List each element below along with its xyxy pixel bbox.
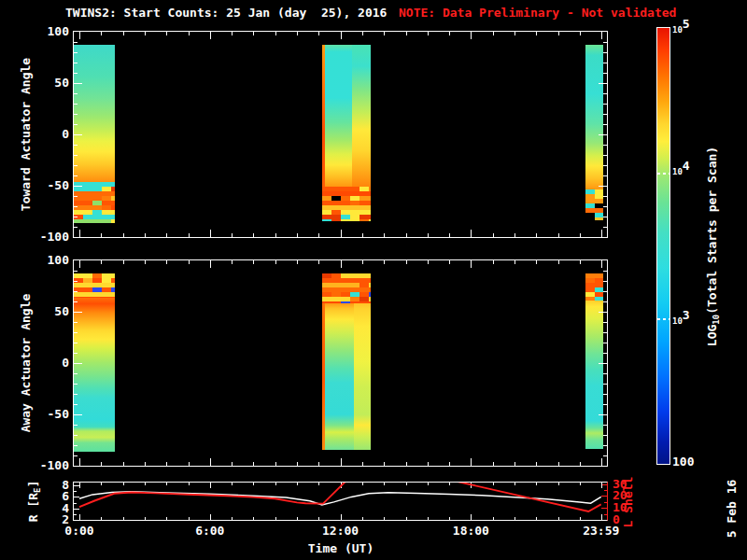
x-tick: [514, 32, 515, 35]
y-tick-label: -50: [28, 408, 69, 421]
y-tick: [603, 373, 607, 374]
orbit-line-panel: [73, 482, 608, 521]
x-tick: [428, 32, 429, 35]
x-tick: [297, 32, 298, 35]
x-tick: [123, 260, 124, 264]
y-tick: [74, 373, 78, 374]
y-tick: [603, 93, 607, 94]
toward-spectrogram-panel: [73, 31, 608, 238]
y-tick-label: 100: [28, 254, 69, 267]
y-tick-label: -50: [28, 179, 69, 192]
x-tick: [384, 32, 385, 35]
spectrogram-mottle-cell: [102, 219, 111, 223]
x-tick: [406, 32, 407, 35]
y-tick: [74, 124, 78, 125]
x-tick: [449, 233, 450, 237]
x-tick: [210, 230, 211, 237]
x-tick: [145, 260, 146, 264]
x-tick-label: 23:59: [569, 525, 634, 538]
spectrogram-band: [585, 273, 603, 449]
x-tick: [253, 260, 254, 264]
y-tick-label: -100: [28, 459, 69, 472]
y-tick: [74, 217, 78, 217]
y-tick: [603, 114, 607, 115]
y-tick: [74, 42, 78, 43]
x-tick: [341, 230, 342, 237]
y-tick: [74, 363, 82, 364]
x-tick: [493, 462, 494, 466]
y-tick: [74, 155, 78, 156]
x-tick: [449, 462, 450, 466]
x-tick: [514, 462, 515, 466]
y-tick: [74, 435, 78, 436]
x-tick: [558, 32, 559, 35]
y-tick: [599, 414, 607, 415]
x-tick: [101, 260, 102, 264]
x-tick: [101, 32, 102, 35]
x-tick: [318, 260, 319, 264]
y-tick: [74, 114, 78, 115]
orbit-line-layer: [74, 483, 607, 520]
spectrogram-mottle-cell: [92, 219, 102, 223]
y-tick: [603, 455, 607, 456]
y-tick: [599, 134, 607, 135]
spectrogram-mottle-cell: [585, 297, 595, 300]
y-tick: [74, 196, 78, 197]
x-tick: [145, 233, 146, 237]
x-tick: [362, 260, 363, 264]
colorbar-tick-label: 100: [672, 455, 710, 472]
x-tick-label: 0:00: [47, 525, 112, 538]
x-tick: [189, 32, 190, 35]
x-tick: [145, 462, 146, 466]
y-tick: [603, 343, 607, 343]
x-tick: [253, 233, 254, 237]
y-tick: [603, 425, 607, 426]
y-tick-label: 0: [28, 128, 69, 141]
y-tick: [74, 394, 78, 395]
spectrogram-mottle-cell: [341, 219, 350, 222]
x-tick: [210, 260, 211, 268]
x-tick: [384, 233, 385, 237]
twins2-plot-screen: TWINS2: Start Counts: 25 Jan (day 25), 2…: [0, 0, 747, 560]
y-tick: [74, 63, 78, 63]
spectrogram-mottle-cell: [322, 301, 331, 303]
spectrogram-mottle-cell: [322, 219, 331, 222]
x-tick: [471, 32, 472, 39]
x-tick: [253, 462, 254, 466]
x-tick: [580, 32, 581, 35]
y-tick-label: 50: [28, 305, 69, 318]
x-tick: [275, 233, 276, 237]
x-tick: [232, 32, 233, 35]
x-tick: [514, 233, 515, 237]
colorbar-tick-label: 105: [672, 22, 710, 39]
x-tick-label: 6:00: [177, 525, 243, 538]
y-tick: [603, 175, 607, 176]
y-tick: [603, 217, 607, 217]
x-tick: [406, 233, 407, 237]
colorbar-decade-dash: [657, 173, 669, 175]
y-tick: [603, 227, 607, 228]
y-tick: [74, 414, 82, 415]
y-tick-label: 50: [28, 77, 69, 90]
y-tick: [603, 63, 607, 63]
spectrogram-mottle-cell: [595, 297, 603, 300]
y-tick: [603, 145, 607, 146]
spectrogram-mottle-cell: [331, 301, 341, 303]
spectrogram-mottle-cell: [92, 297, 102, 298]
spectrogram-mottle-cell: [111, 219, 115, 223]
x-tick: [318, 233, 319, 237]
y-tick: [603, 104, 607, 105]
x-tick: [189, 233, 190, 237]
x-tick: [275, 32, 276, 35]
y-tick: [74, 83, 82, 84]
y-tick: [74, 93, 78, 94]
x-tick: [362, 32, 363, 35]
y-tick: [74, 445, 78, 446]
x-tick: [449, 32, 450, 35]
y-tick: [603, 271, 607, 272]
y-tick: [599, 312, 607, 313]
x-tick: [493, 32, 494, 35]
x-tick: [449, 260, 450, 264]
y-tick: [74, 322, 78, 323]
y-tick: [603, 73, 607, 74]
